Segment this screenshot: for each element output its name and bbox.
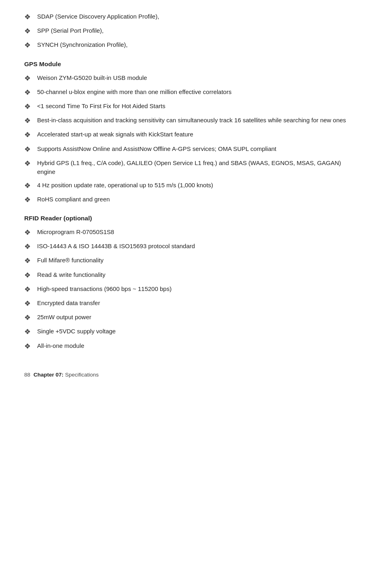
bullet-icon: ❖ xyxy=(24,256,37,266)
list-item: ❖25mW output power xyxy=(24,313,361,323)
item-text: <1 second Time To First Fix for Hot Aide… xyxy=(37,102,361,111)
bullet-icon: ❖ xyxy=(24,341,37,352)
bullet-icon: ❖ xyxy=(24,159,37,169)
chapter-subtitle: Specifications xyxy=(65,372,98,378)
item-text: Supports AssistNow Online and AssistNow … xyxy=(37,144,361,154)
bullet-icon: ❖ xyxy=(24,313,37,323)
list-item: ❖Accelerated start-up at weak signals wi… xyxy=(24,130,361,140)
list-item: ❖ISO-14443 A & ISO 14443B & ISO15693 pro… xyxy=(24,242,361,252)
bullet-icon: ❖ xyxy=(24,26,37,36)
bullet-icon: ❖ xyxy=(24,181,37,191)
bullet-icon: ❖ xyxy=(24,130,37,140)
bullet-icon: ❖ xyxy=(24,195,37,205)
item-text: Read & write functionality xyxy=(37,270,361,280)
item-text: All-in-one module xyxy=(37,341,361,351)
list-item: ❖50-channel u-blox engine with more than… xyxy=(24,88,361,98)
page-footer: 88 Chapter 07: Specifications xyxy=(24,372,361,378)
bullet-icon: ❖ xyxy=(24,270,37,280)
item-text: Single +5VDC supply voltage xyxy=(37,327,361,336)
bullet-icon: ❖ xyxy=(24,73,37,84)
item-text: 4 Hz position update rate, operational u… xyxy=(37,181,361,190)
list-item: ❖Read & write functionality xyxy=(24,270,361,280)
list-item: ❖SYNCH (Synchronization Profile), xyxy=(24,40,361,50)
item-text: Encrypted data transfer xyxy=(37,299,361,308)
bullet-icon: ❖ xyxy=(24,102,37,112)
item-text: Weison ZYM-G5020 built-in USB module xyxy=(37,73,361,83)
list-item: ❖SPP (Serial Port Profile), xyxy=(24,26,361,36)
bullet-icon: ❖ xyxy=(24,228,37,238)
item-text: Accelerated start-up at weak signals wit… xyxy=(37,130,361,139)
list-item: ❖RoHS compliant and green xyxy=(24,195,361,205)
bluetooth-list: ❖SDAP (Service Discovery Application Pro… xyxy=(24,12,361,51)
rfid-list: ❖Microprogram R-07050S1S8❖ISO-14443 A & … xyxy=(24,228,361,352)
item-text: 25mW output power xyxy=(37,313,361,322)
bullet-icon: ❖ xyxy=(24,299,37,309)
bullet-icon: ❖ xyxy=(24,116,37,126)
gps-list: ❖Weison ZYM-G5020 built-in USB module❖50… xyxy=(24,73,361,205)
list-item: ❖<1 second Time To First Fix for Hot Aid… xyxy=(24,102,361,112)
bullet-icon: ❖ xyxy=(24,285,37,295)
bullet-icon: ❖ xyxy=(24,144,37,155)
item-text: 50-channel u-blox engine with more than … xyxy=(37,88,361,97)
list-item: ❖Hybrid GPS (L1 freq., C/A code), GALILE… xyxy=(24,159,361,177)
page-number: 88 xyxy=(24,372,30,378)
item-text: Microprogram R-07050S1S8 xyxy=(37,228,361,237)
list-item: ❖SDAP (Service Discovery Application Pro… xyxy=(24,12,361,22)
item-text: RoHS compliant and green xyxy=(37,195,361,204)
item-text: Hybrid GPS (L1 freq., C/A code), GALILEO… xyxy=(37,159,361,177)
list-item: ❖All-in-one module xyxy=(24,341,361,352)
item-text: SDAP (Service Discovery Application Prof… xyxy=(37,12,361,21)
bullet-icon: ❖ xyxy=(24,327,37,337)
list-item: ❖Full Mifare® functionality xyxy=(24,256,361,266)
chapter-label: Chapter 07: xyxy=(33,372,63,378)
bullet-icon: ❖ xyxy=(24,40,37,50)
item-text: High-speed transactions (9600 bps ~ 1152… xyxy=(37,285,361,294)
gps-heading: GPS Module xyxy=(24,61,361,68)
list-item: ❖Weison ZYM-G5020 built-in USB module xyxy=(24,73,361,84)
list-item: ❖4 Hz position update rate, operational … xyxy=(24,181,361,191)
bullet-icon: ❖ xyxy=(24,242,37,252)
bullet-icon: ❖ xyxy=(24,12,37,22)
list-item: ❖Microprogram R-07050S1S8 xyxy=(24,228,361,238)
list-item: ❖Best-in-class acquisition and tracking … xyxy=(24,116,361,126)
item-text: Full Mifare® functionality xyxy=(37,256,361,265)
item-text: SPP (Serial Port Profile), xyxy=(37,26,361,36)
bullet-icon: ❖ xyxy=(24,88,37,98)
item-text: Best-in-class acquisition and tracking s… xyxy=(37,116,361,125)
list-item: ❖Encrypted data transfer xyxy=(24,299,361,309)
list-item: ❖High-speed transactions (9600 bps ~ 115… xyxy=(24,285,361,295)
list-item: ❖Single +5VDC supply voltage xyxy=(24,327,361,337)
rfid-heading: RFID Reader (optional) xyxy=(24,215,361,222)
item-text: SYNCH (Synchronization Profile), xyxy=(37,40,361,50)
item-text: ISO-14443 A & ISO 14443B & ISO15693 prot… xyxy=(37,242,361,251)
list-item: ❖Supports AssistNow Online and AssistNow… xyxy=(24,144,361,155)
